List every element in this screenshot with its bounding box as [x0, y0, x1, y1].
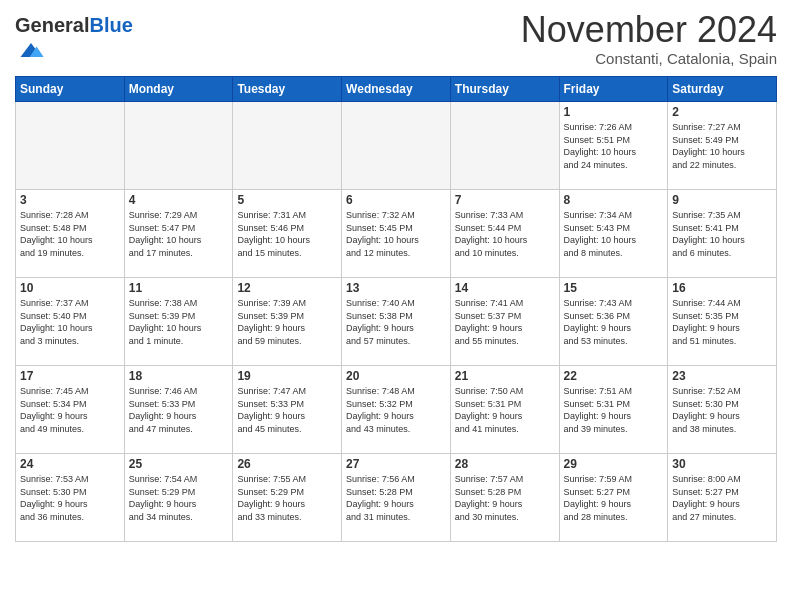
- day-info: Sunrise: 7:28 AM Sunset: 5:48 PM Dayligh…: [20, 209, 120, 259]
- day-number: 18: [129, 369, 229, 383]
- calendar-week-2: 10Sunrise: 7:37 AM Sunset: 5:40 PM Dayli…: [16, 278, 777, 366]
- calendar-day: 2Sunrise: 7:27 AM Sunset: 5:49 PM Daylig…: [668, 102, 777, 190]
- day-number: 22: [564, 369, 664, 383]
- logo-text: GeneralBlue: [15, 14, 133, 36]
- calendar-week-4: 24Sunrise: 7:53 AM Sunset: 5:30 PM Dayli…: [16, 454, 777, 542]
- calendar-day: 29Sunrise: 7:59 AM Sunset: 5:27 PM Dayli…: [559, 454, 668, 542]
- calendar-header-row: SundayMondayTuesdayWednesdayThursdayFrid…: [16, 77, 777, 102]
- day-number: 8: [564, 193, 664, 207]
- logo-icon: [17, 36, 45, 64]
- day-number: 11: [129, 281, 229, 295]
- logo-blue: Blue: [89, 14, 132, 36]
- day-info: Sunrise: 7:43 AM Sunset: 5:36 PM Dayligh…: [564, 297, 664, 347]
- calendar-day: 20Sunrise: 7:48 AM Sunset: 5:32 PM Dayli…: [342, 366, 451, 454]
- calendar-day: 4Sunrise: 7:29 AM Sunset: 5:47 PM Daylig…: [124, 190, 233, 278]
- calendar-day: 12Sunrise: 7:39 AM Sunset: 5:39 PM Dayli…: [233, 278, 342, 366]
- day-info: Sunrise: 7:37 AM Sunset: 5:40 PM Dayligh…: [20, 297, 120, 347]
- day-number: 1: [564, 105, 664, 119]
- calendar-day: 7Sunrise: 7:33 AM Sunset: 5:44 PM Daylig…: [450, 190, 559, 278]
- day-number: 2: [672, 105, 772, 119]
- day-info: Sunrise: 7:34 AM Sunset: 5:43 PM Dayligh…: [564, 209, 664, 259]
- day-info: Sunrise: 7:52 AM Sunset: 5:30 PM Dayligh…: [672, 385, 772, 435]
- calendar-header-tuesday: Tuesday: [233, 77, 342, 102]
- calendar-week-0: 1Sunrise: 7:26 AM Sunset: 5:51 PM Daylig…: [16, 102, 777, 190]
- calendar-day: 1Sunrise: 7:26 AM Sunset: 5:51 PM Daylig…: [559, 102, 668, 190]
- day-number: 10: [20, 281, 120, 295]
- day-info: Sunrise: 7:51 AM Sunset: 5:31 PM Dayligh…: [564, 385, 664, 435]
- day-info: Sunrise: 7:57 AM Sunset: 5:28 PM Dayligh…: [455, 473, 555, 523]
- calendar-day: 22Sunrise: 7:51 AM Sunset: 5:31 PM Dayli…: [559, 366, 668, 454]
- calendar-day: 16Sunrise: 7:44 AM Sunset: 5:35 PM Dayli…: [668, 278, 777, 366]
- day-number: 17: [20, 369, 120, 383]
- calendar-day: 28Sunrise: 7:57 AM Sunset: 5:28 PM Dayli…: [450, 454, 559, 542]
- calendar-day: [342, 102, 451, 190]
- calendar-header-saturday: Saturday: [668, 77, 777, 102]
- calendar-day: 19Sunrise: 7:47 AM Sunset: 5:33 PM Dayli…: [233, 366, 342, 454]
- day-info: Sunrise: 7:35 AM Sunset: 5:41 PM Dayligh…: [672, 209, 772, 259]
- day-number: 23: [672, 369, 772, 383]
- day-info: Sunrise: 8:00 AM Sunset: 5:27 PM Dayligh…: [672, 473, 772, 523]
- day-number: 5: [237, 193, 337, 207]
- day-info: Sunrise: 7:32 AM Sunset: 5:45 PM Dayligh…: [346, 209, 446, 259]
- calendar-week-3: 17Sunrise: 7:45 AM Sunset: 5:34 PM Dayli…: [16, 366, 777, 454]
- calendar-header-friday: Friday: [559, 77, 668, 102]
- day-info: Sunrise: 7:38 AM Sunset: 5:39 PM Dayligh…: [129, 297, 229, 347]
- day-info: Sunrise: 7:41 AM Sunset: 5:37 PM Dayligh…: [455, 297, 555, 347]
- calendar-day: 26Sunrise: 7:55 AM Sunset: 5:29 PM Dayli…: [233, 454, 342, 542]
- day-info: Sunrise: 7:45 AM Sunset: 5:34 PM Dayligh…: [20, 385, 120, 435]
- calendar-day: 11Sunrise: 7:38 AM Sunset: 5:39 PM Dayli…: [124, 278, 233, 366]
- day-info: Sunrise: 7:39 AM Sunset: 5:39 PM Dayligh…: [237, 297, 337, 347]
- calendar-day: 24Sunrise: 7:53 AM Sunset: 5:30 PM Dayli…: [16, 454, 125, 542]
- day-info: Sunrise: 7:50 AM Sunset: 5:31 PM Dayligh…: [455, 385, 555, 435]
- day-number: 28: [455, 457, 555, 471]
- calendar-header-thursday: Thursday: [450, 77, 559, 102]
- day-info: Sunrise: 7:40 AM Sunset: 5:38 PM Dayligh…: [346, 297, 446, 347]
- calendar-day: [233, 102, 342, 190]
- day-info: Sunrise: 7:48 AM Sunset: 5:32 PM Dayligh…: [346, 385, 446, 435]
- calendar-header-sunday: Sunday: [16, 77, 125, 102]
- day-number: 30: [672, 457, 772, 471]
- day-number: 26: [237, 457, 337, 471]
- calendar: SundayMondayTuesdayWednesdayThursdayFrid…: [15, 76, 777, 542]
- day-number: 15: [564, 281, 664, 295]
- day-number: 14: [455, 281, 555, 295]
- day-number: 29: [564, 457, 664, 471]
- logo-general: General: [15, 14, 89, 36]
- calendar-day: [124, 102, 233, 190]
- calendar-day: 6Sunrise: 7:32 AM Sunset: 5:45 PM Daylig…: [342, 190, 451, 278]
- day-number: 9: [672, 193, 772, 207]
- calendar-day: 18Sunrise: 7:46 AM Sunset: 5:33 PM Dayli…: [124, 366, 233, 454]
- day-info: Sunrise: 7:29 AM Sunset: 5:47 PM Dayligh…: [129, 209, 229, 259]
- day-number: 21: [455, 369, 555, 383]
- title-area: November 2024 Constanti, Catalonia, Spai…: [521, 10, 777, 67]
- calendar-header-wednesday: Wednesday: [342, 77, 451, 102]
- calendar-day: 25Sunrise: 7:54 AM Sunset: 5:29 PM Dayli…: [124, 454, 233, 542]
- month-title: November 2024: [521, 10, 777, 50]
- day-number: 25: [129, 457, 229, 471]
- day-info: Sunrise: 7:31 AM Sunset: 5:46 PM Dayligh…: [237, 209, 337, 259]
- day-info: Sunrise: 7:33 AM Sunset: 5:44 PM Dayligh…: [455, 209, 555, 259]
- logo: GeneralBlue: [15, 14, 133, 68]
- day-info: Sunrise: 7:53 AM Sunset: 5:30 PM Dayligh…: [20, 473, 120, 523]
- day-number: 6: [346, 193, 446, 207]
- day-info: Sunrise: 7:59 AM Sunset: 5:27 PM Dayligh…: [564, 473, 664, 523]
- page: GeneralBlue November 2024 Constanti, Cat…: [0, 0, 792, 612]
- day-number: 12: [237, 281, 337, 295]
- day-number: 7: [455, 193, 555, 207]
- calendar-day: 10Sunrise: 7:37 AM Sunset: 5:40 PM Dayli…: [16, 278, 125, 366]
- day-number: 20: [346, 369, 446, 383]
- calendar-day: 3Sunrise: 7:28 AM Sunset: 5:48 PM Daylig…: [16, 190, 125, 278]
- calendar-day: 30Sunrise: 8:00 AM Sunset: 5:27 PM Dayli…: [668, 454, 777, 542]
- day-info: Sunrise: 7:54 AM Sunset: 5:29 PM Dayligh…: [129, 473, 229, 523]
- calendar-day: 5Sunrise: 7:31 AM Sunset: 5:46 PM Daylig…: [233, 190, 342, 278]
- day-number: 24: [20, 457, 120, 471]
- calendar-day: 8Sunrise: 7:34 AM Sunset: 5:43 PM Daylig…: [559, 190, 668, 278]
- calendar-day: [16, 102, 125, 190]
- calendar-day: 21Sunrise: 7:50 AM Sunset: 5:31 PM Dayli…: [450, 366, 559, 454]
- calendar-day: 13Sunrise: 7:40 AM Sunset: 5:38 PM Dayli…: [342, 278, 451, 366]
- day-info: Sunrise: 7:47 AM Sunset: 5:33 PM Dayligh…: [237, 385, 337, 435]
- calendar-day: 14Sunrise: 7:41 AM Sunset: 5:37 PM Dayli…: [450, 278, 559, 366]
- calendar-day: 27Sunrise: 7:56 AM Sunset: 5:28 PM Dayli…: [342, 454, 451, 542]
- day-info: Sunrise: 7:27 AM Sunset: 5:49 PM Dayligh…: [672, 121, 772, 171]
- day-number: 19: [237, 369, 337, 383]
